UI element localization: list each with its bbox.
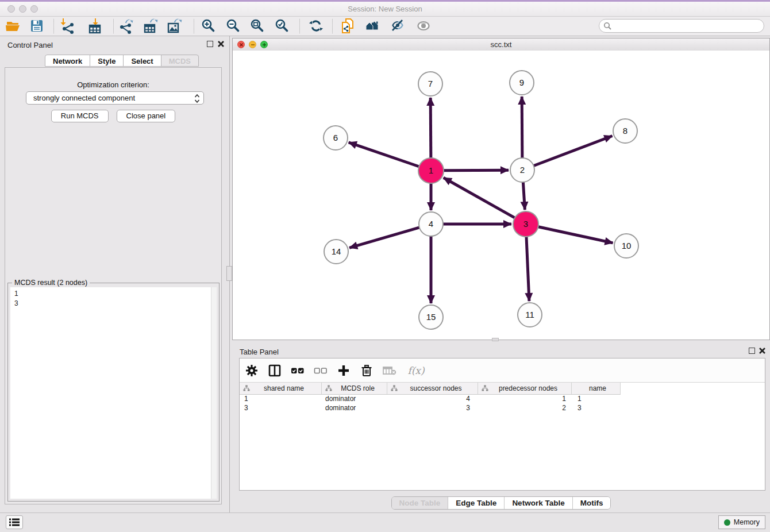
control-panel: Control Panel Network Style Select MCDS … [0, 36, 228, 506]
memory-button[interactable]: Memory [718, 515, 765, 529]
import-network-icon[interactable] [60, 18, 76, 34]
graph-node-label: 10 [622, 241, 632, 250]
table-row[interactable]: 3 dominator 3 2 3 [240, 403, 765, 413]
tab-node-table[interactable]: Node Table [392, 497, 448, 509]
close-panel-icon[interactable] [217, 40, 225, 48]
graph-edge[interactable] [533, 136, 613, 167]
graph-edge[interactable] [526, 236, 529, 301]
graph-edge[interactable] [430, 98, 431, 159]
zoom-out-icon[interactable] [225, 18, 241, 34]
export-network-icon[interactable] [118, 18, 134, 34]
column-header-successor-nodes[interactable]: successor nodes [387, 383, 478, 394]
graph-edge[interactable] [442, 170, 509, 171]
tab-network[interactable]: Network [45, 55, 90, 67]
cell-mcds-role: dominator [322, 394, 387, 403]
delete-table-icon [382, 363, 397, 378]
graph-node-label: 3 [523, 219, 528, 229]
graph-node-label: 7 [428, 79, 433, 88]
toolbar-separator [194, 19, 194, 33]
node-table-container: f(x) shared name MCDS role successor nod… [239, 358, 765, 491]
search-icon [603, 22, 612, 30]
result-scrollbar[interactable] [211, 287, 217, 499]
cell-shared-name: 3 [240, 403, 322, 413]
optimization-criterion-label: Optimization criterion: [5, 80, 221, 89]
column-header-shared-name[interactable]: shared name [240, 383, 322, 394]
zoom-in-icon[interactable] [201, 18, 217, 34]
graph-edge[interactable] [522, 97, 522, 159]
tab-select[interactable]: Select [123, 55, 161, 67]
open-session-icon[interactable] [5, 18, 21, 34]
import-table-icon[interactable] [87, 18, 103, 34]
table-panel-title: Table Panel [240, 348, 279, 356]
network-window-titlebar[interactable]: scc.txt [233, 38, 769, 51]
tab-mcds[interactable]: MCDS [161, 55, 199, 67]
float-table-panel-icon[interactable] [749, 348, 755, 354]
main-toolbar [0, 17, 770, 36]
column-header-predecessor-nodes[interactable]: predecessor nodes [478, 383, 572, 394]
tab-style[interactable]: Style [90, 55, 124, 67]
table-body: 1 dominator 4 1 1 3 dominator 3 2 3 [240, 394, 765, 413]
mcds-result-group: MCDS result (2 nodes) 1 3 [7, 283, 220, 502]
search-input[interactable] [613, 21, 760, 31]
cell-successor-nodes: 4 [387, 394, 478, 403]
export-table-icon[interactable] [143, 18, 159, 34]
level-of-detail-icon[interactable] [415, 18, 432, 34]
tab-network-table[interactable]: Network Table [504, 497, 572, 509]
zoom-fit-icon[interactable] [249, 18, 265, 34]
duplicate-network-icon[interactable] [340, 18, 356, 34]
table-panel: Table Panel [232, 342, 770, 513]
network-splitter-grip[interactable] [492, 338, 499, 341]
network-canvas[interactable]: 7968124314101511 [233, 51, 769, 340]
hide-graphics-details-icon[interactable] [390, 18, 406, 34]
graph-node-label: 11 [525, 310, 534, 319]
run-mcds-button[interactable]: Run MCDS [51, 110, 109, 122]
graph-node-label: 14 [332, 246, 341, 256]
graph-node-label: 9 [519, 78, 524, 87]
table-header-row: shared name MCDS role successor nodes pr… [240, 383, 621, 395]
deselect-all-checkbox-icon[interactable] [313, 363, 328, 378]
close-table-panel-icon[interactable] [759, 347, 766, 354]
mcds-result-item[interactable]: 3 [14, 299, 18, 309]
delete-row-icon[interactable] [359, 363, 374, 378]
search-field[interactable] [599, 19, 764, 33]
graph-node-label: 8 [623, 126, 627, 136]
control-panel-title: Control Panel [7, 41, 53, 49]
optimization-criterion-select[interactable]: strongly connected component [26, 91, 204, 105]
toolbar-separator [53, 19, 54, 33]
tab-motifs[interactable]: Motifs [572, 497, 611, 509]
toggle-columns-icon[interactable] [267, 363, 282, 378]
float-panel-icon[interactable] [207, 41, 213, 47]
tab-edge-table[interactable]: Edge Table [448, 497, 504, 509]
graph-edge[interactable] [444, 178, 516, 218]
column-type-icon [482, 385, 488, 392]
toolbar-separator [299, 19, 300, 33]
mcds-result-item[interactable]: 1 [14, 289, 18, 299]
add-row-icon[interactable] [336, 363, 351, 378]
graph-node-label: 15 [426, 312, 436, 322]
application-window: Session: New Session [0, 0, 770, 532]
status-bar: Memory [0, 512, 770, 532]
table-settings-icon[interactable] [244, 363, 259, 378]
memory-status-icon [724, 519, 730, 526]
column-header-mcds-role[interactable]: MCDS role [322, 383, 387, 394]
graph-edge[interactable] [349, 227, 421, 248]
apply-preferred-layout-icon[interactable] [308, 18, 324, 34]
column-header-name[interactable]: name [572, 383, 621, 394]
graph-node-label: 6 [333, 133, 338, 142]
mcds-result-list[interactable]: 1 3 [10, 287, 217, 499]
graph-edge[interactable] [349, 142, 420, 167]
close-panel-button[interactable]: Close panel [117, 110, 176, 122]
panel-splitter-grip[interactable] [226, 266, 232, 281]
task-history-button[interactable] [6, 515, 23, 529]
export-image-icon[interactable] [167, 18, 183, 34]
graph-edge[interactable] [537, 226, 613, 243]
table-row[interactable]: 1 dominator 4 1 1 [240, 394, 765, 403]
cell-name: 1 [572, 394, 621, 403]
first-neighbors-icon[interactable] [365, 18, 381, 34]
select-all-checkbox-icon[interactable] [290, 363, 305, 378]
cell-name: 3 [572, 403, 621, 413]
graph-edge[interactable] [523, 181, 525, 210]
cell-mcds-role: dominator [322, 403, 387, 413]
zoom-selected-icon[interactable] [274, 18, 290, 34]
save-session-icon[interactable] [29, 18, 45, 34]
